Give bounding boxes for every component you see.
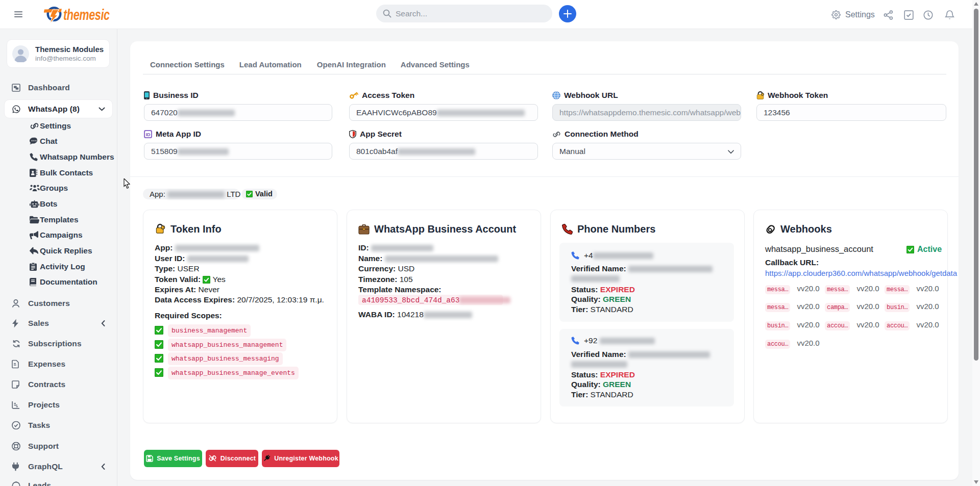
svg-text:themesic: themesic [63,6,110,23]
svg-text:ID: ID [146,132,151,137]
